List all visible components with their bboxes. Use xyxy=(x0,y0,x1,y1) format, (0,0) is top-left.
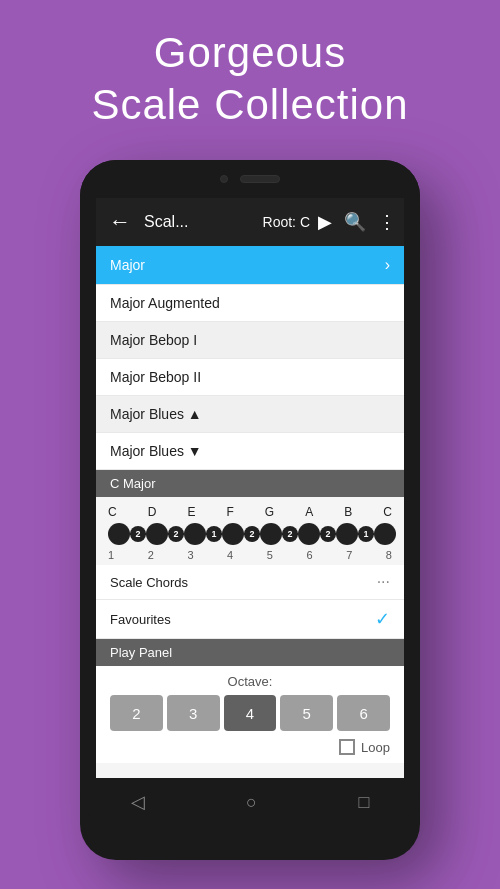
octave-2-button[interactable]: 2 xyxy=(110,695,163,731)
note-dot-7 xyxy=(336,523,358,545)
scale-chords-row[interactable]: Scale Chords ··· xyxy=(96,565,404,600)
note-dot-4 xyxy=(222,523,244,545)
speaker-grille xyxy=(240,175,280,183)
octave-6-button[interactable]: 6 xyxy=(337,695,390,731)
note-dot-3 xyxy=(184,523,206,545)
phone-shell: ← Scal... Root: C ▶ 🔍 ⋮ Major › Major Au… xyxy=(80,160,420,860)
loop-checkbox[interactable] xyxy=(339,739,355,755)
note-dot-8 xyxy=(374,523,396,545)
back-button[interactable]: ← xyxy=(104,209,136,235)
recent-nav-icon[interactable]: □ xyxy=(358,792,369,813)
favourites-label: Favourites xyxy=(110,612,375,627)
note-labels: C D E F G A B C xyxy=(106,505,394,519)
home-nav-icon[interactable]: ○ xyxy=(246,792,257,813)
interval-4: 2 xyxy=(244,533,260,535)
scale-item-major-bebop-ii[interactable]: Major Bebop II xyxy=(96,359,404,396)
position-labels: 1 2 3 4 5 6 7 8 xyxy=(106,547,394,561)
loop-row: Loop xyxy=(110,739,390,755)
scale-name: Major Blues ▲ xyxy=(110,406,202,422)
interval-1: 2 xyxy=(130,533,146,535)
interval-5: 2 xyxy=(282,533,298,535)
phone-screen: ← Scal... Root: C ▶ 🔍 ⋮ Major › Major Au… xyxy=(96,198,404,778)
scale-chords-label: Scale Chords xyxy=(110,575,377,590)
dots-icon: ··· xyxy=(377,573,390,591)
play-panel-body: Octave: 2 3 4 5 6 Loop xyxy=(96,666,404,763)
favourites-row[interactable]: Favourites ✓ xyxy=(96,600,404,639)
checkmark-icon: ✓ xyxy=(375,608,390,630)
scale-name: Major Bebop II xyxy=(110,369,201,385)
note-dot-6 xyxy=(298,523,320,545)
scale-item-major-blues-up[interactable]: Major Blues ▲ xyxy=(96,396,404,433)
scale-name: Major Bebop I xyxy=(110,332,197,348)
phone-top-bar xyxy=(80,160,420,198)
c-major-header: C Major xyxy=(96,470,404,497)
note-dot-2 xyxy=(146,523,168,545)
interval-3: 1 xyxy=(206,533,222,535)
scale-name: Major xyxy=(110,257,145,273)
header-subtitle: Scale Collection xyxy=(0,78,500,133)
chevron-icon: › xyxy=(385,256,390,274)
app-bar-icons: ▶ 🔍 ⋮ xyxy=(318,211,396,233)
scale-item-major-blues-down[interactable]: Major Blues ▼ xyxy=(96,433,404,470)
play-panel-header: Play Panel xyxy=(96,639,404,666)
more-icon[interactable]: ⋮ xyxy=(378,211,396,233)
octave-4-button[interactable]: 4 xyxy=(224,695,277,731)
scale-item-major-augmented[interactable]: Major Augmented xyxy=(96,285,404,322)
scale-list: Major › Major Augmented Major Bebop I Ma… xyxy=(96,246,404,470)
header-title: Gorgeous xyxy=(0,28,500,78)
phone-bottom-nav: ◁ ○ □ xyxy=(80,778,420,826)
app-bar: ← Scal... Root: C ▶ 🔍 ⋮ xyxy=(96,198,404,246)
scale-diagram: C D E F G A B C 2 2 1 2 2 2 xyxy=(96,497,404,565)
octave-buttons: 2 3 4 5 6 xyxy=(110,695,390,731)
interval-7: 1 xyxy=(358,533,374,535)
scale-item-major-bebop-i[interactable]: Major Bebop I xyxy=(96,322,404,359)
note-dot-5 xyxy=(260,523,282,545)
interval-2: 2 xyxy=(168,533,184,535)
app-header: Gorgeous Scale Collection xyxy=(0,0,500,133)
root-label: Root: C xyxy=(263,214,310,230)
play-button[interactable]: ▶ xyxy=(318,211,332,233)
back-nav-icon[interactable]: ◁ xyxy=(131,791,145,813)
note-dot-1 xyxy=(108,523,130,545)
search-icon[interactable]: 🔍 xyxy=(344,211,366,233)
interval-6: 2 xyxy=(320,533,336,535)
scale-item-major[interactable]: Major › xyxy=(96,246,404,285)
loop-label: Loop xyxy=(361,740,390,755)
scale-name: Major Blues ▼ xyxy=(110,443,202,459)
camera-dot xyxy=(220,175,228,183)
octave-3-button[interactable]: 3 xyxy=(167,695,220,731)
interval-row: 2 2 1 2 2 2 1 xyxy=(106,523,394,545)
octave-label: Octave: xyxy=(110,674,390,689)
octave-5-button[interactable]: 5 xyxy=(280,695,333,731)
app-bar-title: Scal... xyxy=(144,213,255,231)
scale-name: Major Augmented xyxy=(110,295,220,311)
